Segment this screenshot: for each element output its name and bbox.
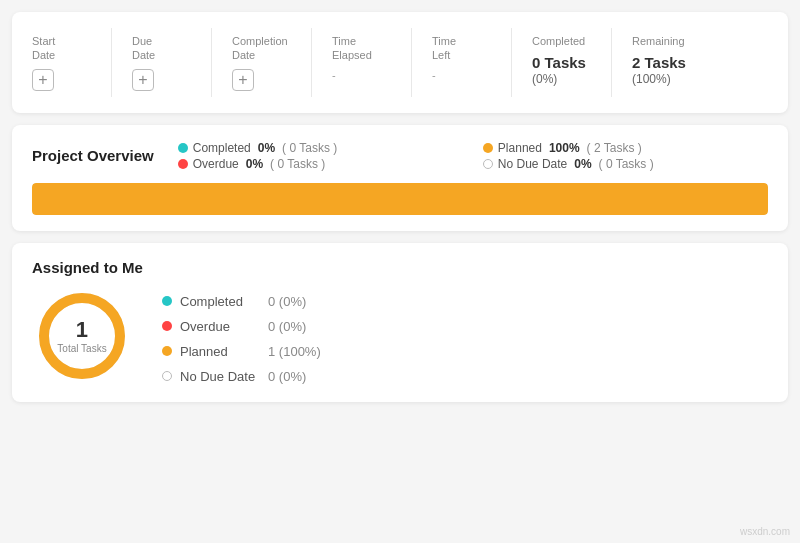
assigned-to-me-card: Assigned to Me 1 Total Tasks Completed xyxy=(12,243,788,402)
assigned-completed-name: Completed xyxy=(180,294,260,309)
assigned-planned-name: Planned xyxy=(180,344,260,359)
legend-completed-name: Completed xyxy=(193,141,251,155)
remaining-tasks-count: 2 Tasks xyxy=(632,54,686,72)
start-date-label: StartDate xyxy=(32,34,55,63)
legend-completed-count: ( 0 Tasks ) xyxy=(282,141,337,155)
legend-planned-count: ( 2 Tasks ) xyxy=(587,141,642,155)
project-overview-title: Project Overview xyxy=(32,147,154,164)
completion-date-add-button[interactable]: + xyxy=(232,69,254,91)
planned-dot-icon xyxy=(483,143,493,153)
assigned-nodue-name: No Due Date xyxy=(180,369,260,384)
legend-overdue-pct: 0% xyxy=(246,157,263,171)
assigned-overdue-dot-icon xyxy=(162,321,172,331)
stat-due-date: DueDate + xyxy=(132,28,212,97)
time-left-value: - xyxy=(432,69,436,81)
completed-dot-icon xyxy=(178,143,188,153)
assigned-nodue-dot-icon xyxy=(162,371,172,381)
progress-bar-fill xyxy=(32,183,768,215)
time-elapsed-label: TimeElapsed xyxy=(332,34,372,63)
stats-bar: StartDate + DueDate + CompletionDate + T… xyxy=(32,28,768,97)
due-date-label: DueDate xyxy=(132,34,155,63)
stat-start-date: StartDate + xyxy=(32,28,112,97)
assigned-completed-dot-icon xyxy=(162,296,172,306)
assigned-overdue-name: Overdue xyxy=(180,319,260,334)
completed-tasks-pct: (0%) xyxy=(532,72,557,86)
overview-top: Project Overview Completed 0% ( 0 Tasks … xyxy=(32,141,768,171)
assigned-overdue-value: 0 (0%) xyxy=(268,319,306,334)
completion-date-label: CompletionDate xyxy=(232,34,288,63)
project-overview-card: Project Overview Completed 0% ( 0 Tasks … xyxy=(12,125,788,231)
legend-planned-pct: 100% xyxy=(549,141,580,155)
assigned-completed-value: 0 (0%) xyxy=(268,294,306,309)
remaining-tasks-label: Remaining xyxy=(632,34,685,48)
assigned-overdue-item: Overdue 0 (0%) xyxy=(162,319,321,334)
time-left-label: TimeLeft xyxy=(432,34,456,63)
donut-chart: 1 Total Tasks xyxy=(32,286,132,386)
assigned-completed-item: Completed 0 (0%) xyxy=(162,294,321,309)
overdue-dot-icon xyxy=(178,159,188,169)
stat-time-left: TimeLeft - xyxy=(432,28,512,97)
legend-completed: Completed 0% ( 0 Tasks ) xyxy=(178,141,463,155)
stats-bar-card: StartDate + DueDate + CompletionDate + T… xyxy=(12,12,788,113)
assigned-nodue-item: No Due Date 0 (0%) xyxy=(162,369,321,384)
assigned-planned-value: 1 (100%) xyxy=(268,344,321,359)
donut-total-number: 1 xyxy=(57,318,106,340)
completed-tasks-count: 0 Tasks xyxy=(532,54,586,72)
assigned-nodue-value: 0 (0%) xyxy=(268,369,306,384)
assigned-section-title: Assigned to Me xyxy=(32,259,768,276)
stat-remaining-tasks: Remaining 2 Tasks (100%) xyxy=(632,28,712,97)
assigned-section: 1 Total Tasks Completed 0 (0%) Overdue 0… xyxy=(32,286,768,386)
progress-bar-container xyxy=(32,183,768,215)
legend-nodue-name: No Due Date xyxy=(498,157,567,171)
completed-tasks-label: Completed xyxy=(532,34,585,48)
legend-planned: Planned 100% ( 2 Tasks ) xyxy=(483,141,768,155)
time-elapsed-value: - xyxy=(332,69,336,81)
stat-completed-tasks: Completed 0 Tasks (0%) xyxy=(532,28,612,97)
assigned-planned-item: Planned 1 (100%) xyxy=(162,344,321,359)
legend-nodue: No Due Date 0% ( 0 Tasks ) xyxy=(483,157,768,171)
donut-total-label: Total Tasks xyxy=(57,342,106,353)
overview-legend: Completed 0% ( 0 Tasks ) Planned 100% ( … xyxy=(178,141,768,171)
legend-nodue-pct: 0% xyxy=(574,157,591,171)
assigned-planned-dot-icon xyxy=(162,346,172,356)
legend-overdue: Overdue 0% ( 0 Tasks ) xyxy=(178,157,463,171)
remaining-tasks-pct: (100%) xyxy=(632,72,671,86)
legend-overdue-count: ( 0 Tasks ) xyxy=(270,157,325,171)
donut-center: 1 Total Tasks xyxy=(57,318,106,353)
legend-nodue-count: ( 0 Tasks ) xyxy=(599,157,654,171)
start-date-add-button[interactable]: + xyxy=(32,69,54,91)
due-date-add-button[interactable]: + xyxy=(132,69,154,91)
legend-overdue-name: Overdue xyxy=(193,157,239,171)
nodue-dot-icon xyxy=(483,159,493,169)
assigned-legend: Completed 0 (0%) Overdue 0 (0%) Planned … xyxy=(162,286,321,384)
legend-planned-name: Planned xyxy=(498,141,542,155)
donut-container: 1 Total Tasks xyxy=(32,286,132,386)
stat-time-elapsed: TimeElapsed - xyxy=(332,28,412,97)
stat-completion-date: CompletionDate + xyxy=(232,28,312,97)
legend-completed-pct: 0% xyxy=(258,141,275,155)
